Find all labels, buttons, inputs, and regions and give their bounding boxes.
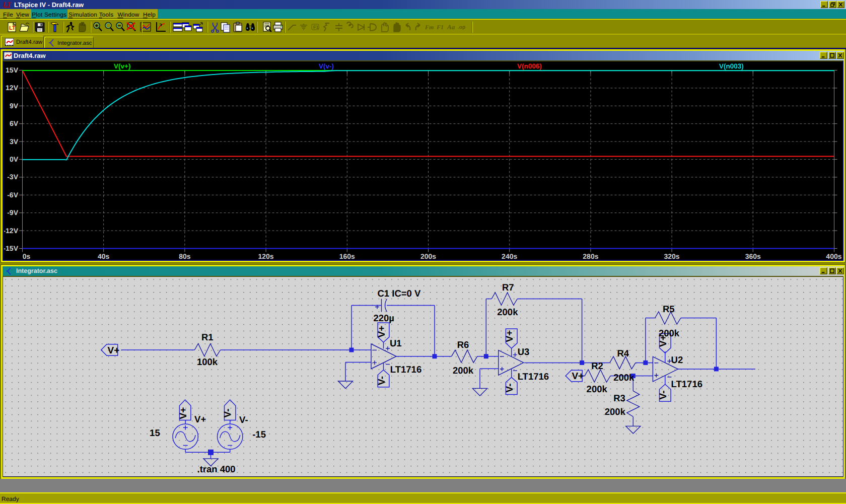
- svg-text:LT1716: LT1716: [671, 379, 702, 389]
- svg-text:R6: R6: [457, 339, 469, 350]
- svg-text:Aa: Aa: [447, 23, 455, 31]
- svg-text:V+: V+: [572, 371, 584, 382]
- svg-text:0V: 0V: [10, 155, 19, 163]
- svg-text:400s: 400s: [826, 252, 841, 260]
- svg-text:120s: 120s: [258, 252, 274, 260]
- svg-text:280s: 280s: [583, 252, 598, 260]
- svg-text:V+: V+: [505, 330, 515, 342]
- svg-text:V(n006): V(n006): [517, 62, 542, 70]
- svg-text:U2: U2: [671, 354, 683, 365]
- svg-text:R4: R4: [617, 348, 629, 358]
- svg-text:V-: V-: [223, 409, 233, 418]
- svg-text:-15: -15: [252, 429, 266, 440]
- svg-text:9V: 9V: [10, 102, 19, 110]
- svg-text:6V: 6V: [10, 119, 19, 127]
- svg-text:240s: 240s: [502, 252, 517, 260]
- svg-text:V+: V+: [377, 326, 387, 338]
- svg-text:40s: 40s: [98, 252, 110, 260]
- svg-text:360s: 360s: [745, 252, 761, 260]
- svg-text:200k: 200k: [497, 307, 518, 317]
- svg-text:.op: .op: [458, 25, 465, 30]
- svg-text:F1: F1: [436, 24, 444, 31]
- svg-text:160s: 160s: [339, 252, 355, 260]
- svg-text:12V: 12V: [6, 84, 19, 92]
- svg-text:V-: V-: [377, 376, 387, 385]
- svg-text:220µ: 220µ: [374, 313, 395, 323]
- svg-text:R7: R7: [502, 282, 514, 293]
- svg-text:-12V: -12V: [4, 227, 19, 235]
- svg-text:V+: V+: [178, 407, 189, 419]
- svg-text:200s: 200s: [420, 252, 436, 260]
- svg-text:80s: 80s: [179, 252, 191, 260]
- svg-text:V-: V-: [239, 414, 248, 425]
- svg-text:200k: 200k: [613, 372, 634, 383]
- svg-text:V(n003): V(n003): [719, 62, 744, 70]
- svg-text:-6V: -6V: [7, 191, 18, 199]
- svg-text:LT: LT: [9, 25, 16, 31]
- svg-text:-3V: -3V: [7, 173, 18, 181]
- svg-text:R5: R5: [663, 304, 675, 314]
- svg-text:3V: 3V: [10, 137, 19, 146]
- svg-text:320s: 320s: [664, 252, 680, 260]
- svg-text:U3: U3: [518, 346, 530, 357]
- svg-text:200k: 200k: [605, 406, 626, 417]
- svg-text:C1 IC=0 V: C1 IC=0 V: [378, 288, 421, 299]
- svg-text:-15V: -15V: [4, 244, 19, 252]
- svg-text:200k: 200k: [587, 384, 608, 394]
- svg-text:100k: 100k: [197, 356, 218, 367]
- svg-text:15V: 15V: [6, 66, 19, 74]
- svg-text:F1: F1: [313, 25, 319, 30]
- svg-text:U1: U1: [390, 338, 402, 348]
- svg-text:-9V: -9V: [7, 208, 18, 217]
- svg-text:LT1716: LT1716: [518, 371, 549, 382]
- svg-text:200k: 200k: [453, 365, 474, 376]
- svg-text:V(v+): V(v+): [114, 62, 130, 70]
- svg-text:200k: 200k: [659, 328, 680, 338]
- svg-text:15: 15: [150, 427, 160, 438]
- svg-text:Fm: Fm: [425, 24, 434, 31]
- svg-text:.tran 400: .tran 400: [197, 464, 236, 474]
- svg-text:V-: V-: [658, 391, 669, 400]
- svg-text:V+: V+: [194, 414, 206, 424]
- svg-text:V-: V-: [505, 384, 515, 393]
- svg-text:R1: R1: [201, 332, 214, 342]
- svg-text:0s: 0s: [23, 252, 31, 260]
- svg-text:V(v-): V(v-): [319, 62, 334, 70]
- svg-text:V+: V+: [108, 345, 120, 356]
- svg-text:LT1716: LT1716: [390, 364, 421, 375]
- svg-text:R3: R3: [613, 393, 625, 403]
- svg-text:R2: R2: [591, 361, 603, 371]
